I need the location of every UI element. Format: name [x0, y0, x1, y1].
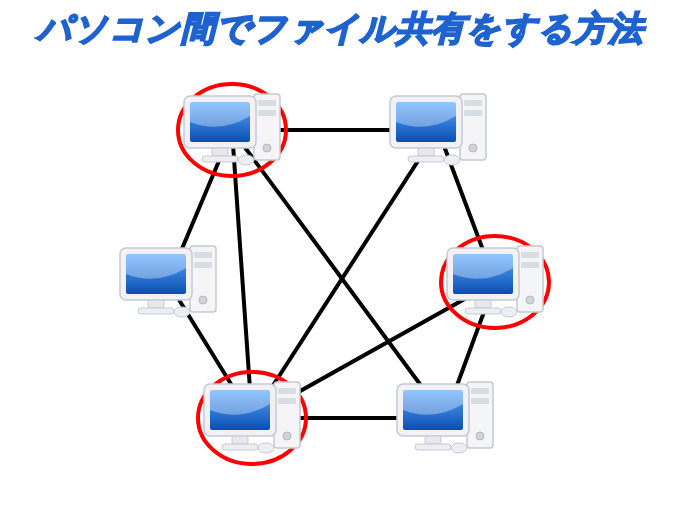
computer-icon: [447, 246, 543, 317]
network-link: [252, 130, 438, 418]
computer-icon: [397, 382, 493, 453]
computer-icon: [204, 382, 300, 453]
computer-icon: [120, 246, 216, 317]
network-diagram: [0, 0, 680, 508]
computer-icon: [390, 94, 486, 165]
